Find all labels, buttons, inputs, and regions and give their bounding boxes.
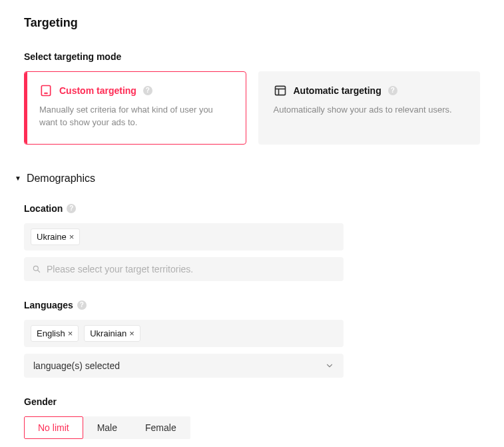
svg-line-6 <box>38 270 40 272</box>
location-search-input[interactable] <box>47 264 336 274</box>
remove-icon[interactable]: × <box>69 232 75 242</box>
caret-down-icon: ▼ <box>15 175 21 182</box>
help-icon[interactable]: ? <box>67 204 76 213</box>
mode-title-automatic: Automatic targeting <box>294 85 381 96</box>
svg-rect-0 <box>41 86 50 96</box>
svg-point-5 <box>33 266 38 270</box>
languages-select-text: language(s) selected <box>33 360 120 371</box>
chip-label: English <box>37 328 65 338</box>
mode-desc-custom: Manually set criteria for what kind of u… <box>39 104 231 129</box>
chevron-down-icon <box>325 361 334 370</box>
gender-segmented: No limitMaleFemale <box>24 416 190 439</box>
location-label: Location <box>24 203 63 214</box>
remove-icon[interactable]: × <box>68 328 73 338</box>
mode-card-custom[interactable]: Custom targeting ? Manually set criteria… <box>24 71 246 145</box>
remove-icon[interactable]: × <box>129 328 134 338</box>
gender-label: Gender <box>24 396 57 407</box>
chip-label: Ukraine <box>37 232 67 242</box>
mode-card-automatic[interactable]: Automatic targeting ? Automatically show… <box>258 71 481 145</box>
gender-field: Gender No limitMaleFemale <box>24 396 480 439</box>
mode-desc-automatic: Automatically show your ads to relevant … <box>274 104 465 117</box>
mode-title-custom: Custom targeting <box>59 85 136 96</box>
demographics-toggle[interactable]: ▼ Demographics <box>15 173 480 185</box>
svg-rect-1 <box>45 93 48 93</box>
location-search[interactable] <box>24 257 344 281</box>
location-chips[interactable]: Ukraine× <box>24 223 344 250</box>
help-icon[interactable]: ? <box>143 86 152 95</box>
gender-option[interactable]: No limit <box>24 416 83 439</box>
layout-icon <box>274 84 287 97</box>
language-chip: English× <box>31 325 79 342</box>
location-chip: Ukraine× <box>31 228 80 245</box>
search-icon <box>32 264 41 274</box>
chip-label: Ukrainian <box>90 328 126 338</box>
device-icon <box>39 84 53 97</box>
languages-select[interactable]: language(s) selected <box>24 354 344 378</box>
demographics-label: Demographics <box>27 173 95 185</box>
languages-label: Languages <box>24 300 73 310</box>
svg-rect-2 <box>275 86 285 95</box>
help-icon[interactable]: ? <box>77 300 87 310</box>
gender-option[interactable]: Female <box>131 416 190 439</box>
help-icon[interactable]: ? <box>388 86 397 95</box>
targeting-mode-heading: Select targeting mode <box>24 51 480 62</box>
targeting-mode-options: Custom targeting ? Manually set criteria… <box>24 71 480 145</box>
languages-chips[interactable]: English×Ukrainian× <box>24 320 344 347</box>
language-chip: Ukrainian× <box>84 325 140 342</box>
gender-option[interactable]: Male <box>83 416 131 439</box>
page-title: Targeting <box>24 16 480 30</box>
languages-field: Languages ? English×Ukrainian× language(… <box>24 300 480 378</box>
location-field: Location ? Ukraine× <box>24 203 480 281</box>
